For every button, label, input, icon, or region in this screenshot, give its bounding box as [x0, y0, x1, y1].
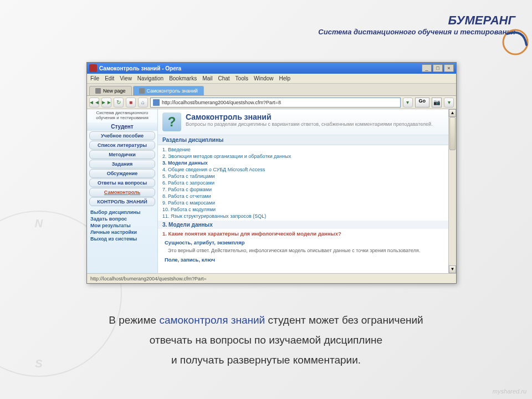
page-icon	[139, 88, 145, 94]
watermark: myshared.ru	[493, 388, 526, 395]
tab-new-page[interactable]: New page	[89, 86, 132, 95]
topics-header: Разделы дисциплины	[158, 135, 456, 145]
sidebar-link-choose[interactable]: Выбор дисциплины	[87, 209, 157, 216]
question-mark-icon: ?	[162, 112, 181, 131]
tab-label: New page	[103, 88, 126, 94]
answer-option-1[interactable]: Сущность, атрибут, экземпляр	[158, 238, 456, 247]
sidebar-btn-literature[interactable]: Список литературы	[89, 141, 155, 150]
question-text: 1. Какие понятия характерны для инфологи…	[158, 229, 456, 238]
url-text: http://localhost/bumerang2004/questshow.…	[162, 100, 281, 105]
close-button[interactable]: ×	[444, 64, 454, 72]
back-button[interactable]: ◄◄	[89, 98, 99, 108]
main-pane: ? Самоконтроль знаний Вопросы по раздела…	[158, 109, 456, 273]
sidebar-btn-selftest[interactable]: Самоконтроль	[89, 188, 155, 197]
menu-bar: File Edit View Navigation Bookmarks Mail…	[87, 74, 456, 84]
sidebar-section-student: Студент	[87, 122, 157, 131]
slide-header: БУМЕРАНГ Система дистанционного обучения…	[318, 13, 515, 36]
sidebar-btn-answers[interactable]: Ответы на вопросы	[89, 178, 155, 187]
status-bar: http://localhost/bumerang2004/questshow.…	[87, 273, 456, 283]
slide-caption: В режиме самоконтроля знаний студент мож…	[66, 310, 466, 370]
menu-bookmarks[interactable]: Bookmarks	[169, 75, 197, 81]
scroll-down-button[interactable]: ▼	[449, 265, 456, 273]
topic-item[interactable]: 10. Работа с модулями	[162, 206, 452, 213]
sidebar-btn-discussion[interactable]: Обсуждение	[89, 169, 155, 178]
topic-item[interactable]: 5. Работа с таблицами	[162, 173, 452, 180]
boomerang-logo-icon	[499, 25, 532, 59]
reload-button[interactable]: ↻	[114, 98, 124, 108]
course-sidebar: Система дистанционного обучения и тестир…	[87, 109, 158, 273]
opera-icon	[89, 64, 97, 72]
menu-window[interactable]: Window	[254, 75, 274, 81]
sidebar-btn-guides[interactable]: Методички	[89, 150, 155, 159]
sidebar-header: Система дистанционного обучения и тестир…	[87, 109, 157, 122]
sidebar-link-ask[interactable]: Задать вопрос	[87, 216, 157, 222]
dropdown-button[interactable]: ▾	[403, 98, 413, 108]
page-icon	[95, 88, 101, 94]
sidebar-btn-tutorial[interactable]: Учебное пособие	[89, 131, 155, 140]
menu-edit[interactable]: Edit	[105, 75, 114, 81]
topic-item[interactable]: 11. Язык структурированных запросов (SQL…	[162, 213, 452, 219]
page-content: Система дистанционного обучения и тестир…	[87, 109, 456, 273]
answer-option-2[interactable]: Поле, запись, ключ	[158, 255, 456, 264]
menu-chat[interactable]: Chat	[218, 75, 229, 81]
scroll-up-button[interactable]: ▲	[449, 109, 456, 117]
topic-item[interactable]: 2. Эволюция методов организации и обрабо…	[162, 153, 452, 160]
minimize-button[interactable]: _	[422, 64, 432, 72]
home-button[interactable]: ⌂	[138, 98, 148, 108]
address-bar[interactable]: http://localhost/bumerang2004/questshow.…	[150, 98, 401, 108]
sidebar-btn-examination[interactable]: КОНТРОЛЬ ЗНАНИЙ	[89, 197, 155, 206]
sidebar-link-logout[interactable]: Выход из системы	[87, 236, 157, 242]
topic-list: 1. Введение 2. Эволюция методов организа…	[158, 145, 456, 221]
menu-view[interactable]: View	[120, 75, 132, 81]
forward-button[interactable]: ►►	[101, 98, 111, 108]
page-subtitle: Вопросы по разделам дисциплины с вариант…	[186, 121, 433, 127]
navigation-toolbar: ◄◄ ►► ↻ ■ ⌂ http://localhost/bumerang200…	[87, 96, 456, 109]
topic-item[interactable]: 1. Введение	[162, 146, 452, 153]
menu-help[interactable]: Help	[279, 75, 291, 81]
window-controls: _ □ ×	[422, 64, 454, 72]
selected-topic: 3. Модели данных	[158, 221, 456, 229]
page-title: Самоконтроль знаний	[186, 112, 433, 121]
scroll-thumb[interactable]	[449, 117, 456, 150]
menu-tools[interactable]: Tools	[236, 75, 248, 81]
topic-item[interactable]: 3. Модели данных	[162, 160, 452, 166]
window-titlebar[interactable]: Самоконтроль знаний - Opera _ □ ×	[87, 63, 456, 74]
topic-item[interactable]: 4. Общие сведения о СУБД Microsoft Acces…	[162, 166, 452, 173]
sidebar-link-results[interactable]: Мои результаты	[87, 222, 157, 229]
menu-mail[interactable]: Mail	[202, 75, 212, 81]
sidebar-link-settings[interactable]: Личные настройки	[87, 229, 157, 236]
topic-item[interactable]: 9. Работа с макросами	[162, 200, 452, 206]
topic-item[interactable]: 7. Работа с формами	[162, 186, 452, 193]
go-button[interactable]: Go	[415, 98, 430, 108]
site-icon	[153, 99, 160, 106]
product-title: БУМЕРАНГ	[318, 13, 515, 28]
stop-button[interactable]: ■	[126, 98, 136, 108]
vertical-scrollbar[interactable]: ▲ ▼	[448, 109, 456, 273]
dropdown-button-2[interactable]: ▾	[444, 98, 454, 108]
menu-navigation[interactable]: Navigation	[137, 75, 163, 81]
status-text: http://localhost/bumerang2004/questshow.…	[90, 276, 207, 282]
answer-feedback: Это верный ответ. Действительно, инфолог…	[158, 247, 456, 255]
tab-bar: New page Самоконтроль знаний	[87, 84, 456, 96]
camera-button[interactable]: 📷	[432, 98, 442, 108]
topic-item[interactable]: 8. Работа с отчетами	[162, 193, 452, 200]
main-header: ? Самоконтроль знаний Вопросы по раздела…	[158, 109, 456, 135]
browser-window: Самоконтроль знаний - Opera _ □ × File E…	[86, 62, 457, 284]
window-title: Самоконтроль знаний - Opera	[99, 65, 422, 71]
tab-samokontrol[interactable]: Самоконтроль знаний	[133, 86, 204, 95]
maximize-button[interactable]: □	[433, 64, 443, 72]
sidebar-btn-tasks[interactable]: Задания	[89, 160, 155, 168]
product-subtitle: Система дистанционного обучения и тестир…	[318, 28, 515, 36]
menu-file[interactable]: File	[90, 75, 99, 81]
topic-item[interactable]: 6. Работа с запросами	[162, 180, 452, 186]
tab-label: Самоконтроль знаний	[147, 88, 198, 94]
